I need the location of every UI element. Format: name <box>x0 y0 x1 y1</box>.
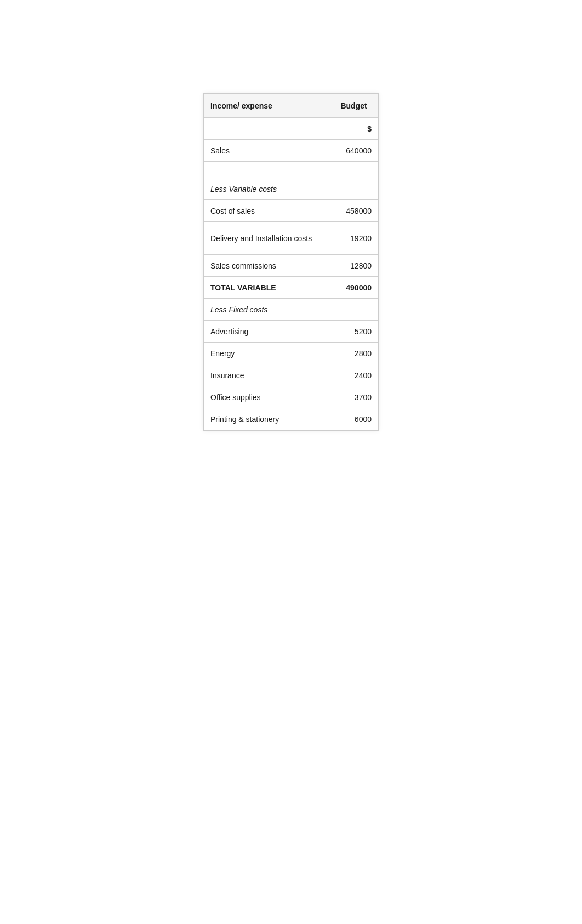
cost-of-sales-label: Cost of sales <box>204 202 329 220</box>
energy-label: Energy <box>204 345 329 362</box>
less-variable-costs-label: Less Variable costs <box>204 180 329 198</box>
total-variable-row: TOTAL VARIABLE 490000 <box>204 277 378 299</box>
office-supplies-label: Office supplies <box>204 389 329 406</box>
empty-row-1 <box>204 162 378 178</box>
printing-stationery-value: 6000 <box>329 410 378 428</box>
total-variable-value: 490000 <box>329 279 378 296</box>
less-fixed-costs-row: Less Fixed costs <box>204 299 378 321</box>
table-row: Sales commissions 12800 <box>204 255 378 277</box>
insurance-label: Insurance <box>204 367 329 384</box>
delivery-installation-label: Delivery and Installation costs <box>204 230 329 247</box>
sales-label: Sales <box>204 142 329 159</box>
energy-value: 2800 <box>329 345 378 362</box>
table-header: Income/ expense Budget <box>204 94 378 118</box>
table-row: Energy 2800 <box>204 343 378 364</box>
currency-symbol: $ <box>329 120 378 138</box>
less-fixed-costs-label: Less Fixed costs <box>204 301 329 318</box>
advertising-value: 5200 <box>329 323 378 340</box>
financial-table: Income/ expense Budget $ Sales 640000 Le… <box>203 93 379 431</box>
income-expense-header: Income/ expense <box>204 97 329 115</box>
table-row: Delivery and Installation costs 19200 <box>204 222 378 255</box>
table-row: Sales 640000 <box>204 140 378 162</box>
table-row: Advertising 5200 <box>204 321 378 343</box>
office-supplies-value: 3700 <box>329 389 378 406</box>
sales-commissions-value: 12800 <box>329 257 378 275</box>
currency-row: $ <box>204 118 378 140</box>
table-row: Printing & stationery 6000 <box>204 408 378 430</box>
total-variable-label: TOTAL VARIABLE <box>204 279 329 296</box>
delivery-installation-value: 19200 <box>329 230 378 247</box>
cost-of-sales-value: 458000 <box>329 202 378 220</box>
printing-stationery-label: Printing & stationery <box>204 410 329 428</box>
insurance-value: 2400 <box>329 367 378 384</box>
table-row: Office supplies 3700 <box>204 386 378 408</box>
table-row: Insurance 2400 <box>204 364 378 386</box>
less-variable-costs-row: Less Variable costs <box>204 178 378 200</box>
sales-commissions-label: Sales commissions <box>204 257 329 275</box>
sales-value: 640000 <box>329 142 378 159</box>
table-row: Cost of sales 458000 <box>204 200 378 222</box>
budget-header: Budget <box>329 97 378 115</box>
advertising-label: Advertising <box>204 323 329 340</box>
